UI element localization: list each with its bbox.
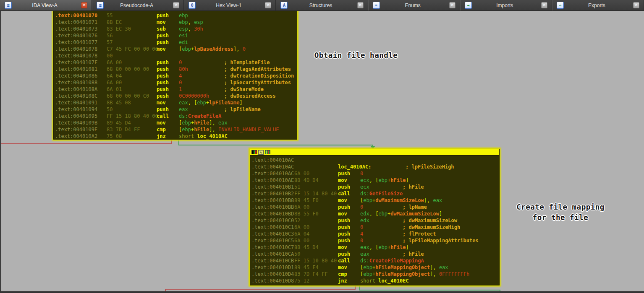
asm-mnemonic: cmp: [157, 126, 179, 133]
asm-line[interactable]: .text:004010AC 6A 00 push 0: [251, 170, 498, 177]
asm-line[interactable]: .text:004010BB 6A 00 push 0; lpName: [251, 204, 498, 210]
asm-line[interactable]: .text:00401077 57 push edi: [55, 39, 296, 46]
asm-address: .text:00401071: [55, 19, 107, 26]
asm-comment: ; dwShareMode: [224, 86, 264, 93]
asm-line[interactable]: .text:00401095 FF 15 18 80 40 00 call ds…: [55, 113, 296, 119]
asm-line[interactable]: .text:004010D8 75 12 jnz short loc_4010E…: [251, 277, 498, 284]
tab-label: Structures: [288, 3, 353, 8]
tab-imports[interactable]: ⇥Imports✕: [460, 0, 552, 10]
tab-ida-view-a[interactable]: ≡IDA View-A✕: [0, 0, 92, 10]
asm-line[interactable]: .text:00401073 83 EC 30 sub esp, 30h: [55, 26, 296, 32]
asm-line[interactable]: .text:004010C1 6A 00 push 0; dwMaximumSi…: [251, 224, 498, 231]
asm-operands: short loc_4010AC: [179, 133, 228, 140]
asm-mnemonic: mov: [338, 264, 360, 271]
basic-block-4010AC[interactable]: ✎ .text:004010AC .text:004010AC loc_4010…: [250, 149, 500, 285]
asm-line[interactable]: .text:004010CA 50 push eax; hFile: [251, 251, 498, 257]
tab-close-button[interactable]: ✕: [357, 2, 364, 8]
tab-close-button[interactable]: ✕: [633, 2, 639, 8]
asm-operands: 0: [360, 204, 403, 210]
asm-line[interactable]: .text:004010CB FF 15 10 80 40 00 call ds…: [251, 257, 498, 264]
window-left-edge: [0, 10, 1, 293]
asm-line[interactable]: .text:004010B2 FF 15 14 80 40 00 call ds…: [251, 190, 498, 197]
node-color-swatch-icon[interactable]: [251, 150, 257, 154]
asm-bytes: 6A 00: [294, 170, 338, 177]
asm-line[interactable]: .text:004010AE 8B 4D D4 mov ecx, [ebp+hF…: [251, 177, 498, 184]
asm-line[interactable]: .text:004010B1 51 push ecx; hFile: [251, 184, 498, 190]
asm-mnemonic: push: [157, 79, 179, 86]
asm-line[interactable]: .text:00401078 C7 45 FC 00 00 00 mov [eb…: [55, 46, 296, 52]
asm-line[interactable]: .text:00401091 8B 45 08 mov eax, [ebp+lp…: [55, 99, 296, 106]
asm-bytes: [294, 163, 338, 170]
asm-line[interactable]: .text:004010AC loc_4010AC:; lpFileSizeHi…: [251, 163, 498, 170]
asm-line[interactable]: .text:00401078 00: [55, 52, 296, 59]
asm-line[interactable]: .text:0040108A 6A 01 push 1; dwShareMode: [55, 86, 296, 93]
asm-line[interactable]: .text:0040108C 68 00 00 00 C0 push 0C000…: [55, 93, 296, 99]
asm-address: .text:00401077: [55, 39, 107, 46]
node-title-bar[interactable]: ✎: [250, 149, 499, 156]
asm-operands: ds:CreateFileA: [179, 113, 224, 119]
asm-operands: edx, [ebp+dwMaximumSizeLow]: [360, 210, 442, 217]
asm-line[interactable]: .text:0040109B 89 45 D4 mov [ebp+hFile],…: [55, 119, 296, 126]
basic-block-401070[interactable]: .text:00401070 55 push ebp.text:00401071…: [53, 11, 297, 140]
asm-line[interactable]: .text:004010D4 83 7D F4 FF cmp [ebp+hFil…: [251, 271, 498, 277]
asm-address: .text:004010CA: [251, 251, 294, 257]
asm-bytes: FF 15 14 80 40 00: [294, 190, 338, 197]
tab-close-button[interactable]: ✕: [173, 2, 179, 8]
asm-address: .text:004010A2: [55, 133, 107, 140]
asm-comment: ; dwFlagsAndAttributes: [224, 66, 291, 73]
asm-address: .text:0040109B: [55, 119, 107, 126]
asm-line[interactable]: .text:00401081 68 80 00 00 00 push 80h; …: [55, 66, 296, 73]
asm-mnemonic: mov: [157, 99, 179, 106]
asm-line[interactable]: .text:004010C5 6A 00 push 0; lpFileMappi…: [251, 237, 498, 244]
structures-icon: A: [280, 2, 288, 9]
tab-structures[interactable]: AStructures✕: [276, 0, 368, 10]
asm-operands: [ebp+dwMaximumSizeLow], eax: [360, 197, 442, 204]
asm-bytes: 83 EC 30: [107, 26, 157, 32]
asm-bytes: C7 45 FC 00 00 00: [107, 46, 157, 52]
asm-line[interactable]: .text:00401094 50 push eax; lpFileName: [55, 106, 296, 113]
tab-pseudocode-a[interactable]: ≡Pseudocode-A✕: [92, 0, 184, 10]
asm-line[interactable]: .text:00401086 6A 04 push 4; dwCreationD…: [55, 73, 296, 79]
asm-address: .text:004010C5: [251, 237, 294, 244]
annotation-obtain-file-handle: Obtain file handle: [293, 50, 419, 61]
tab-hex-view-1[interactable]: 0Hex View-1✕: [184, 0, 276, 10]
asm-address: .text:004010B1: [251, 184, 294, 190]
node-edit-icon[interactable]: ✎: [258, 150, 264, 155]
ida-graph-view: ≡IDA View-A✕≡Pseudocode-A✕0Hex View-1✕AS…: [0, 0, 644, 293]
tab-close-button[interactable]: ✕: [81, 2, 87, 8]
asm-line[interactable]: .text:00401070 55 push ebp: [55, 12, 296, 19]
tab-exports[interactable]: ⇨Exports✕: [552, 0, 644, 10]
asm-bytes: 55: [107, 12, 157, 19]
asm-operands: short loc_4010EC: [360, 277, 409, 284]
asm-address: .text:00401081: [55, 66, 107, 73]
tab-close-button[interactable]: ✕: [265, 2, 271, 8]
asm-line[interactable]: .text:00401076 56 push esi: [55, 32, 296, 39]
asm-operands: eax, [ebp+hFile]: [360, 244, 409, 251]
tab-close-button[interactable]: ✕: [541, 2, 547, 8]
enums-icon: ≔: [373, 2, 380, 9]
asm-line[interactable]: .text:00401088 6A 00 push 0; lpSecurityA…: [55, 79, 296, 86]
asm-operands: [ebp+hFileMappingObject], 0FFFFFFFFh: [360, 271, 469, 277]
asm-line[interactable]: .text:004010C7 8B 45 D4 mov eax, [ebp+hF…: [251, 244, 498, 251]
asm-bytes: 8B 45 08: [107, 99, 157, 106]
asm-line[interactable]: .text:0040107F 6A 00 push 0; hTemplateFi…: [55, 59, 296, 66]
asm-line[interactable]: .text:0040109E 83 7D D4 FF cmp [ebp+hFil…: [55, 126, 296, 133]
asm-bytes: 83 7D F4 FF: [294, 271, 338, 277]
asm-line[interactable]: .text:004010D1 89 45 F4 mov [ebp+hFileMa…: [251, 264, 498, 271]
asm-line[interactable]: .text:004010A2 75 08 jnz short loc_4010A…: [55, 133, 296, 140]
asm-line[interactable]: .text:004010C0 52 push edx; dwMaximumSiz…: [251, 217, 498, 224]
asm-bytes: 6A 00: [107, 79, 157, 86]
asm-address: .text:004010D8: [251, 277, 294, 284]
asm-operands: 0: [179, 59, 224, 66]
tab-close-button[interactable]: ✕: [449, 2, 456, 8]
asm-line[interactable]: .text:004010B8 89 45 F0 mov [ebp+dwMaxim…: [251, 197, 498, 204]
node-keyboard-icon[interactable]: [265, 150, 270, 154]
asm-line[interactable]: .text:004010C3 6A 04 push 4; flProtect: [251, 231, 498, 237]
asm-operands: [ebp+hFile], INVALID_HANDLE_VALUE: [179, 126, 279, 133]
asm-comment: ; lpFileMappingAttributes: [403, 237, 479, 244]
asm-mnemonic: mov: [338, 244, 360, 251]
asm-line[interactable]: .text:004010BD 8B 55 F0 mov edx, [ebp+dw…: [251, 210, 498, 217]
asm-line[interactable]: .text:00401071 8B EC mov ebp, esp: [55, 19, 296, 26]
tab-enums[interactable]: ≔Enums✕: [368, 0, 460, 10]
asm-line[interactable]: .text:004010AC: [251, 157, 498, 163]
